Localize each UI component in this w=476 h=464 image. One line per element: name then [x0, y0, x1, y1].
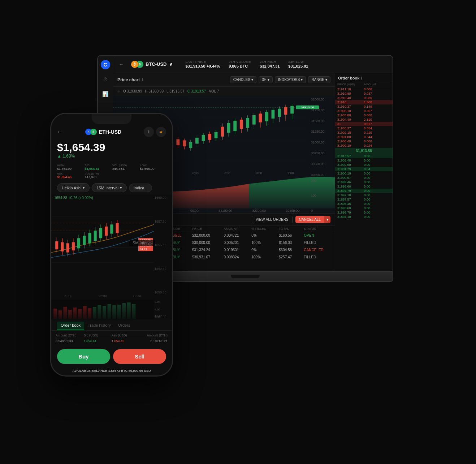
ob-ask-row: 31900.100.024 [335, 143, 393, 148]
desktop-header: ← ₿ $ BTC-USD ∨ LAST PRICE [113, 56, 393, 73]
stat-high: 24H HIGH $32,047.31 [260, 60, 280, 68]
ob-bid-price: 31895.79 [337, 211, 364, 214]
phone-balance: AVAILABLE BALANCE 1.56673 BTC 50,000.00 … [51, 368, 172, 375]
volume-value: 9,865 BTC [229, 64, 251, 68]
ob-bid-amount: 0.00 [364, 206, 391, 210]
ask-value: $1,654.45 [57, 175, 83, 179]
phone-time-label: 21:30 [64, 294, 73, 298]
clock-icon[interactable]: ⏱ [101, 75, 110, 84]
balance-label: AVAILABLE BALANCE [73, 369, 108, 373]
candles-button[interactable]: CANDLES ▾ [230, 76, 256, 83]
ob-ask-price: 31911.18 [337, 87, 364, 91]
svg-rect-90 [110, 224, 113, 233]
ob-ask-amount: 0.037 [364, 92, 391, 95]
svg-rect-29 [189, 142, 192, 148]
stat-volume: 24H VOLUME 9,865 BTC [229, 60, 251, 68]
ohlc-o: O 31930.99 [123, 89, 142, 93]
ob-ask-amount: 0.357 [364, 109, 391, 113]
ob-bid-amount: 0.00 [364, 215, 391, 219]
cancel-all-button[interactable]: CANCEL ALL [295, 216, 324, 223]
sell-button[interactable]: Sell [113, 349, 166, 364]
ob-ask-row: 31910.880.037 [335, 91, 393, 96]
buy-button[interactable]: Buy [57, 349, 110, 364]
chart-toolbar: Price chart ℹ CANDLES ▾ 3H ▾ [113, 73, 335, 87]
phone-stat-vol-eth: VOL (ETH) 147,870. [85, 172, 111, 179]
phone-volume-chart [51, 300, 154, 319]
svg-rect-107 [112, 305, 116, 319]
phone-indicators-button[interactable]: Indica... [129, 184, 152, 192]
ob-bid-amount: 0.00 [364, 198, 391, 201]
svg-rect-74 [66, 243, 69, 252]
ohlc-row: ✛ O 31930.99 H 31930.99 L 31913.57 C 319… [113, 87, 335, 96]
info-button[interactable]: ℹ [144, 127, 154, 137]
volume-label: 24H VOLUME [229, 60, 251, 64]
laptop-hinge [231, 275, 260, 278]
phone-chart-area[interactable]: 1654.38 +0.26 (+0.02%) [51, 194, 172, 319]
phone-chart-controls: Heikin Ashi ▾ 15M Interval ▾ Indica... [51, 181, 172, 194]
coin-icons: ₿ $ [131, 61, 143, 68]
chart-controls: CANDLES ▾ 3H ▾ INDICATORS ▾ [230, 76, 330, 83]
phone-ob-col-amount2: Amount (ETH) [140, 334, 168, 337]
cancel-group: CANCEL ALL ▾ [295, 216, 330, 223]
phone-stat-high: HIGH $1,661.90 [57, 164, 83, 171]
svg-rect-105 [103, 306, 106, 319]
ob-bid-price: 31897.79 [337, 189, 364, 193]
tab-trade-history[interactable]: Trade history [84, 322, 114, 330]
ob-ask-amount: 0.680 [364, 113, 391, 117]
balance-usd: 50,000.00 USD [129, 369, 151, 373]
svg-rect-80 [83, 236, 86, 245]
cell-status: FILLED [301, 239, 335, 246]
indicators-button[interactable]: INDICATORS ▾ [275, 76, 306, 83]
svg-rect-99 [73, 308, 77, 319]
svg-rect-45 [240, 120, 243, 129]
range-button[interactable]: RANGE ▾ [308, 76, 330, 83]
ob-info-icon: ℹ [361, 76, 362, 80]
high-value: $32,047.31 [260, 64, 280, 68]
cancel-dropdown-button[interactable]: ▾ [324, 216, 330, 223]
bottom-label: 00:00 [190, 209, 199, 212]
chart-type-button[interactable]: Heikin Ashi ▾ [57, 183, 90, 192]
high-label: HIGH [57, 164, 83, 167]
tab-order-book[interactable]: Order book [57, 322, 84, 330]
ob-bid-row: 31900.100.00 [335, 171, 393, 176]
ob-ask-amount: 0.554 [364, 126, 391, 130]
ob-ask-row: 310.017 [335, 122, 393, 126]
phone-ob-col-amount: Amount (ETH) [56, 334, 84, 337]
cell-price: $32,000.00 [189, 232, 221, 239]
svg-rect-25 [176, 139, 179, 145]
vol-eth-label: VOL (ETH) [85, 172, 111, 175]
svg-rect-27 [183, 140, 186, 146]
ob-ask-amount: 0.060 [364, 139, 391, 143]
svg-rect-51 [259, 113, 262, 122]
phone-pair-info: Ξ $ ETH-USD [66, 129, 141, 135]
trading-pair[interactable]: ₿ $ BTC-USD ∨ [131, 61, 173, 68]
back-button[interactable]: ← [119, 61, 124, 67]
stat-last-price: LAST PRICE $31,913.58 +0.44% [186, 60, 220, 68]
bottom-label: 32500.00 [286, 209, 300, 212]
svg-rect-102 [88, 308, 91, 319]
interval-button[interactable]: 15M Interval ▾ [92, 183, 127, 192]
tab-orders[interactable]: Orders [114, 322, 134, 330]
col-price: PRICE [189, 226, 221, 232]
ob-ask-price: 31910.88 [337, 92, 364, 95]
sidebar-logo[interactable]: C [101, 60, 110, 69]
ob-ask-price: 31904.40 [337, 118, 364, 121]
cell-price: $30,931.07 [189, 254, 221, 261]
svg-rect-88 [105, 227, 108, 236]
interval-button[interactable]: 3H ▾ [259, 76, 273, 83]
ob-bid-price: 31903.48 [337, 159, 364, 162]
star-button[interactable]: ★ [156, 127, 166, 137]
svg-rect-100 [78, 309, 82, 319]
orderbook-header: Order book ℹ [335, 73, 393, 82]
ob-bid-price: 31895.60 [337, 206, 364, 210]
svg-rect-53 [265, 112, 268, 121]
col-filled: % FILLED [248, 226, 276, 232]
phone-back-button[interactable]: ← [57, 129, 63, 135]
phone-time-label: 22:00 [99, 294, 107, 298]
low-value: $31,025.01 [288, 64, 308, 68]
col-amount: AMOUNT [221, 226, 249, 232]
svg-rect-82 [88, 233, 91, 243]
chart-icon[interactable]: 📊 [101, 90, 110, 98]
ob-amount1: 0.54965533 [56, 339, 84, 343]
view-all-orders-button[interactable]: VIEW ALL ORDERS [252, 216, 293, 223]
